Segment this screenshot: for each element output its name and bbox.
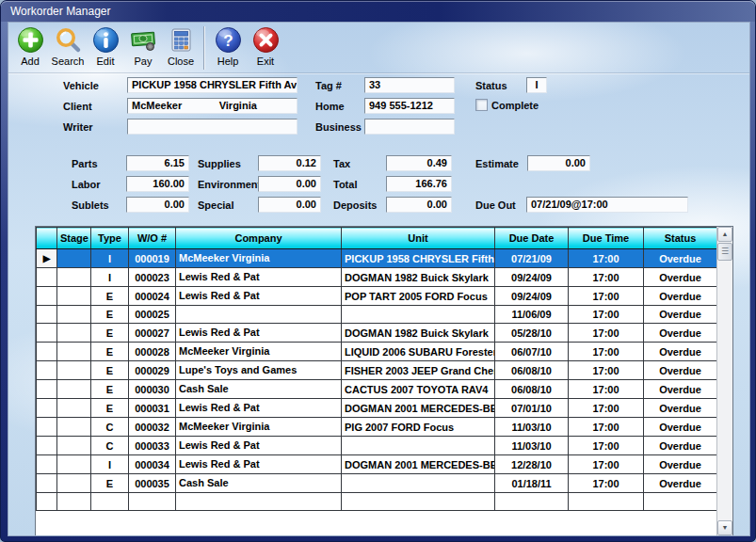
cell-type[interactable] xyxy=(91,493,129,511)
complete-checkbox[interactable] xyxy=(475,99,488,111)
row-selector[interactable] xyxy=(37,287,57,306)
cell-status[interactable] xyxy=(644,493,717,511)
cell-due-date[interactable]: 05/28/10 xyxy=(495,324,569,343)
cell-company[interactable]: Lewis Red & Pat xyxy=(176,437,342,455)
table-row[interactable]: E 000025 11/06/09 17:00 Overdue xyxy=(37,306,717,324)
environment-field[interactable]: 0.00 xyxy=(258,176,321,192)
cell-company[interactable]: Lewis Red & Pat xyxy=(176,268,342,287)
client-field[interactable]: McMeeker Virginia xyxy=(127,98,298,114)
table-row[interactable]: E 000028 McMeeker Virginia LIQUID 2006 S… xyxy=(37,343,717,361)
cell-due-time[interactable]: 17:00 xyxy=(569,380,644,399)
cell-due-time[interactable]: 17:00 xyxy=(569,361,644,380)
cell-unit[interactable]: DOGMAN 1982 Buick Skylark xyxy=(342,324,495,343)
cell-type[interactable]: E xyxy=(91,287,129,306)
cell-due-date[interactable]: 12/28/10 xyxy=(495,455,569,474)
deposits-field[interactable]: 0.00 xyxy=(386,197,452,213)
cell-stage[interactable] xyxy=(57,268,91,287)
cell-due-date[interactable]: 11/06/09 xyxy=(495,306,569,324)
cell-stage[interactable] xyxy=(57,361,91,380)
cell-company[interactable]: Lewis Red & Pat xyxy=(176,455,342,474)
labor-field[interactable]: 160.00 xyxy=(126,176,189,192)
vehicle-field[interactable]: PICKUP 1958 CHRYSLER Fifth Avenue xyxy=(127,77,298,93)
row-selector[interactable]: ▶ xyxy=(37,249,57,268)
cell-due-time[interactable]: 17:00 xyxy=(569,287,644,306)
table-row[interactable]: I 000023 Lewis Red & Pat DOGMAN 1982 Bui… xyxy=(37,268,717,287)
special-field[interactable]: 0.00 xyxy=(258,197,321,213)
cell-status[interactable]: Overdue xyxy=(644,399,717,418)
total-field[interactable]: 166.76 xyxy=(386,176,452,192)
cell-wo[interactable]: 000027 xyxy=(129,324,176,343)
cell-wo[interactable]: 000030 xyxy=(129,380,176,399)
table-row[interactable]: C 000032 McMeeker Virginia PIG 2007 FORD… xyxy=(37,418,717,437)
cell-company[interactable]: Lupe's Toys and Games xyxy=(176,361,342,380)
cell-status[interactable]: Overdue xyxy=(644,380,717,399)
cell-company[interactable]: Lewis Red & Pat xyxy=(176,324,342,343)
table-row[interactable]: E 000024 Lewis Red & Pat POP TART 2005 F… xyxy=(37,287,717,306)
cell-status[interactable]: Overdue xyxy=(644,268,717,287)
cell-unit[interactable]: FISHER 2003 JEEP Grand Cherok xyxy=(342,361,495,380)
pay-button[interactable]: Pay xyxy=(124,25,162,71)
row-selector[interactable] xyxy=(37,380,57,399)
cell-company[interactable]: McMeeker Virginia xyxy=(176,418,342,437)
cell-wo[interactable]: 000019 xyxy=(129,249,176,268)
cell-status[interactable]: Overdue xyxy=(644,455,717,474)
cell-wo[interactable]: 000029 xyxy=(129,361,176,380)
cell-type[interactable]: E xyxy=(91,380,129,399)
cell-company[interactable] xyxy=(176,493,342,511)
parts-field[interactable]: 6.15 xyxy=(126,155,189,171)
cell-unit[interactable]: DOGMAN 2001 MERCEDES-BENZ xyxy=(342,399,495,418)
column-header-wo[interactable]: W/O # xyxy=(129,228,176,249)
column-header-company[interactable]: Company xyxy=(176,228,342,249)
cell-due-date[interactable]: 06/08/10 xyxy=(495,361,569,380)
cell-stage[interactable] xyxy=(57,455,91,474)
cell-due-date[interactable]: 01/18/11 xyxy=(495,474,569,493)
cell-stage[interactable] xyxy=(57,418,91,437)
cell-due-date[interactable]: 09/24/09 xyxy=(495,287,569,306)
cell-unit[interactable] xyxy=(342,437,495,455)
search-button[interactable]: Search xyxy=(49,25,87,71)
cell-due-time[interactable]: 17:00 xyxy=(569,268,644,287)
table-row[interactable]: E 000029 Lupe's Toys and Games FISHER 20… xyxy=(37,361,717,380)
cell-due-date[interactable]: 06/08/10 xyxy=(495,380,569,399)
cell-type[interactable]: C xyxy=(91,418,129,437)
row-selector[interactable] xyxy=(37,324,57,343)
sublets-field[interactable]: 0.00 xyxy=(126,197,189,213)
row-selector[interactable] xyxy=(37,343,57,361)
cell-wo[interactable]: 000032 xyxy=(129,418,176,437)
cell-due-date[interactable]: 07/21/09 xyxy=(495,249,569,268)
row-selector[interactable] xyxy=(37,361,57,380)
cell-status[interactable]: Overdue xyxy=(644,418,717,437)
cell-company[interactable]: McMeeker Virginia xyxy=(176,343,342,361)
cell-status[interactable]: Overdue xyxy=(644,249,717,268)
cell-unit[interactable]: PICKUP 1958 CHRYSLER Fifth Av xyxy=(342,249,495,268)
cell-status[interactable]: Overdue xyxy=(644,306,717,324)
table-row[interactable]: E 000027 Lewis Red & Pat DOGMAN 1982 Bui… xyxy=(37,324,717,343)
cell-company[interactable]: Lewis Red & Pat xyxy=(176,399,342,418)
grid-vertical-scrollbar[interactable]: ▲ ☰ ▼ xyxy=(716,227,732,535)
row-selector[interactable] xyxy=(37,493,57,511)
cell-unit[interactable]: CACTUS 2007 TOYOTA RAV4 xyxy=(342,380,495,399)
cell-wo[interactable]: 000028 xyxy=(129,343,176,361)
cell-type[interactable]: E xyxy=(91,306,129,324)
cell-type[interactable]: E xyxy=(91,343,129,361)
home-field[interactable]: 949 555-1212 xyxy=(364,98,455,114)
cell-stage[interactable] xyxy=(57,380,91,399)
table-row[interactable]: E 000035 Cash Sale 01/18/11 17:00 Overdu… xyxy=(37,474,717,493)
exit-button[interactable]: Exit xyxy=(247,25,284,71)
status-field[interactable]: I xyxy=(526,77,547,93)
row-selector[interactable] xyxy=(37,268,57,287)
cell-due-date[interactable]: 06/07/10 xyxy=(495,343,569,361)
cell-unit[interactable] xyxy=(342,493,495,511)
cell-due-time[interactable]: 17:00 xyxy=(569,437,644,455)
cell-unit[interactable] xyxy=(342,474,495,493)
cell-wo[interactable]: 000031 xyxy=(129,399,176,418)
cell-stage[interactable] xyxy=(57,437,91,455)
cell-type[interactable]: E xyxy=(91,361,129,380)
column-header-type[interactable]: Type xyxy=(91,228,129,249)
cell-due-time[interactable] xyxy=(569,493,644,511)
cell-company[interactable]: McMeeker Virginia xyxy=(176,249,342,268)
table-row[interactable]: C 000033 Lewis Red & Pat 11/03/10 17:00 … xyxy=(37,437,717,455)
cell-unit[interactable]: DOGMAN 2001 MERCEDES-BENZ xyxy=(342,455,495,474)
tax-field[interactable]: 0.49 xyxy=(386,155,452,171)
cell-wo[interactable]: 000024 xyxy=(129,287,176,306)
